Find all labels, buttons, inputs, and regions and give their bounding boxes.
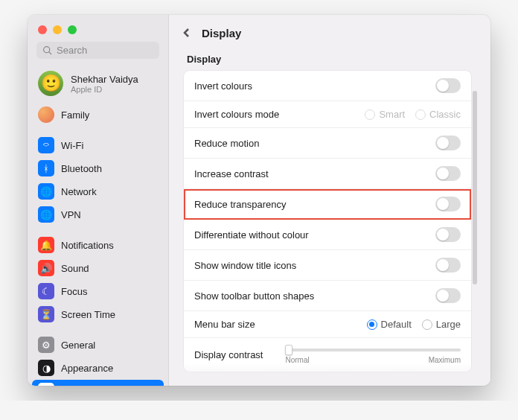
slider-min-label: Normal <box>285 356 309 364</box>
sidebar-item-wifi[interactable]: ⌔ Wi-Fi <box>32 134 164 156</box>
section-title-display: Display <box>187 54 471 65</box>
row-menubar-size: Menu bar size Default Large <box>184 311 471 338</box>
section-title-pointer: Pointer <box>187 385 471 386</box>
row-diff-colour: Differentiate without colour <box>184 220 471 250</box>
sidebar: Search 🙂 Shekhar Vaidya Apple ID Family … <box>28 15 169 386</box>
accessibility-icon: ☻ <box>38 383 54 386</box>
row-increase-contrast: Increase contrast <box>184 159 471 189</box>
contrast-slider[interactable] <box>285 349 461 351</box>
chevron-left-icon <box>182 28 191 37</box>
row-display-contrast: Display contrast Normal Maximum <box>184 338 471 372</box>
sidebar-item-label: Wi-Fi <box>61 140 83 151</box>
sidebar-nav: Family ⌔ Wi-Fi ᚼ Bluetooth 🌐 Network 🌐 V… <box>28 104 168 386</box>
row-title-icons: Show window title icons <box>184 250 471 281</box>
row-label: Show window title icons <box>194 260 296 271</box>
radio-label: Smart <box>379 109 405 120</box>
scrollbar[interactable] <box>473 91 477 284</box>
slider-knob[interactable] <box>285 345 292 355</box>
row-label: Reduce motion <box>194 138 259 149</box>
settings-window: Search 🙂 Shekhar Vaidya Apple ID Family … <box>28 15 490 386</box>
sidebar-item-label: Focus <box>61 286 87 297</box>
display-card: Invert colours Invert colours mode Smart… <box>184 71 471 372</box>
sidebar-item-family[interactable]: Family <box>32 104 164 126</box>
row-label: Display contrast <box>194 349 263 360</box>
radio-dot <box>422 319 432 330</box>
sound-icon: 🔊 <box>38 260 54 276</box>
network-icon: 🌐 <box>38 183 54 200</box>
row-label: Invert colours mode <box>194 109 279 120</box>
row-label: Show toolbar button shapes <box>194 290 314 302</box>
row-label: Increase contrast <box>194 168 269 179</box>
svg-point-0 <box>44 47 50 53</box>
sidebar-item-label: Sound <box>61 263 89 274</box>
screentime-icon: ⏳ <box>38 306 54 322</box>
bell-icon: 🔔 <box>38 237 54 253</box>
search-input[interactable]: Search <box>36 42 159 59</box>
sidebar-item-label: Bluetooth <box>61 163 102 174</box>
apple-id-row[interactable]: 🙂 Shekhar Vaidya Apple ID <box>28 66 168 104</box>
radio-classic: Classic <box>415 109 461 120</box>
radio-dot <box>365 109 375 120</box>
topbar: Display <box>169 15 490 46</box>
sidebar-item-appearance[interactable]: ◑ Appearance <box>32 357 164 379</box>
gear-icon: ⚙ <box>38 337 54 353</box>
sidebar-item-general[interactable]: ⚙ General <box>32 334 164 356</box>
svg-line-1 <box>49 52 51 54</box>
page-title: Display <box>202 27 241 39</box>
radio-label: Large <box>436 319 461 330</box>
row-reduce-transparency: Reduce transparency <box>184 189 471 220</box>
search-placeholder: Search <box>57 45 87 56</box>
row-label: Invert colours <box>194 80 252 92</box>
appearance-icon: ◑ <box>38 360 54 376</box>
close-window[interactable] <box>38 25 47 34</box>
sidebar-item-label: Notifications <box>61 240 114 251</box>
content: Display Display Invert colours Invert co… <box>169 15 490 386</box>
radio-smart: Smart <box>365 109 405 120</box>
sidebar-item-vpn[interactable]: 🌐 VPN <box>32 203 164 226</box>
sidebar-item-label: Network <box>61 186 97 197</box>
radio-dot <box>415 109 426 120</box>
avatar: 🙂 <box>38 71 63 96</box>
radio-large[interactable]: Large <box>422 319 461 330</box>
back-button[interactable] <box>179 25 194 40</box>
toggle-toolbar-shapes[interactable] <box>435 288 461 303</box>
toggle-increase-contrast[interactable] <box>435 166 461 181</box>
wifi-icon: ⌔ <box>38 137 54 153</box>
traffic-lights <box>28 15 168 42</box>
row-label: Menu bar size <box>194 319 255 330</box>
toggle-title-icons[interactable] <box>435 258 461 273</box>
family-icon <box>38 106 54 123</box>
slider-max-label: Maximum <box>429 356 461 364</box>
toggle-reduce-transparency[interactable] <box>435 197 461 211</box>
vpn-icon: 🌐 <box>38 206 54 223</box>
content-scroll[interactable]: Display Invert colours Invert colours mo… <box>169 46 490 386</box>
row-toolbar-shapes: Show toolbar button shapes <box>184 281 471 311</box>
radio-label: Default <box>381 319 412 330</box>
account-name: Shekhar Vaidya <box>71 74 138 85</box>
sidebar-item-network[interactable]: 🌐 Network <box>32 180 164 203</box>
sidebar-item-bluetooth[interactable]: ᚼ Bluetooth <box>32 157 164 179</box>
sidebar-item-focus[interactable]: ☾ Focus <box>32 280 164 302</box>
sidebar-item-label: Appearance <box>61 363 113 374</box>
radio-default[interactable]: Default <box>367 319 412 330</box>
search-icon <box>42 45 52 55</box>
sidebar-item-label: Screen Time <box>61 309 115 320</box>
focus-icon: ☾ <box>38 283 54 299</box>
sidebar-item-label: VPN <box>61 209 81 220</box>
account-sub: Apple ID <box>71 85 138 94</box>
toggle-invert-colours[interactable] <box>435 78 461 93</box>
radio-dot <box>367 319 377 330</box>
sidebar-item-notifications[interactable]: 🔔 Notifications <box>32 234 164 256</box>
zoom-window[interactable] <box>68 25 77 34</box>
sidebar-item-sound[interactable]: 🔊 Sound <box>32 257 164 279</box>
sidebar-item-accessibility[interactable]: ☻ Accessibility <box>32 380 164 386</box>
row-label: Reduce transparency <box>194 199 287 210</box>
sidebar-item-label: General <box>61 340 95 351</box>
row-invert-colours: Invert colours <box>184 71 471 101</box>
toggle-reduce-motion[interactable] <box>435 136 461 150</box>
sidebar-item-label: Accessibility <box>61 386 114 386</box>
toggle-diff-colour[interactable] <box>435 227 461 242</box>
sidebar-item-screentime[interactable]: ⏳ Screen Time <box>32 303 164 325</box>
minimize-window[interactable] <box>53 25 62 34</box>
row-label: Differentiate without colour <box>194 229 309 241</box>
